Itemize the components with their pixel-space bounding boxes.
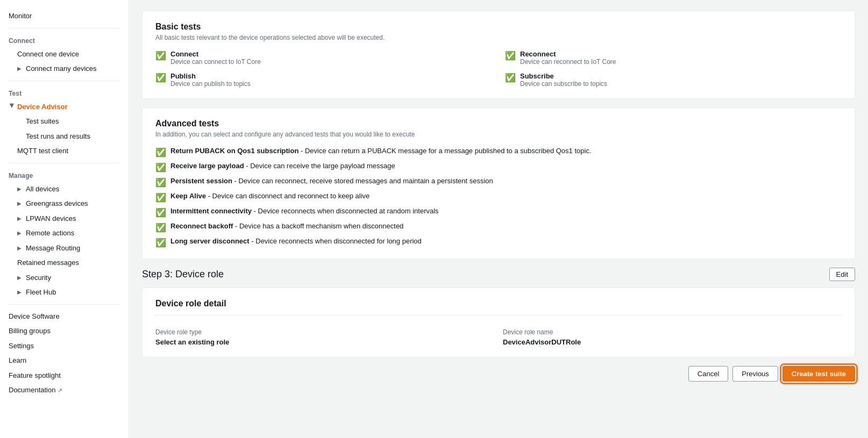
check-icon-long-disconnect: ✅ [155, 238, 166, 248]
adv-test-backoff: ✅ Reconnect backoff - Device has a backo… [155, 222, 842, 233]
device-role-card: Device role detail Device role type Sele… [142, 288, 855, 357]
cancel-button[interactable]: Cancel [688, 366, 728, 382]
check-icon-reconnect: ✅ [505, 51, 516, 61]
role-type-label: Device role type [155, 328, 494, 336]
adv-name-intermittent: Intermittent connectivity [170, 207, 252, 215]
step3-header: Step 3: Device role Edit [142, 268, 855, 281]
chevron-right-icon: ▶ [17, 64, 24, 73]
check-icon-puback: ✅ [155, 147, 166, 157]
fleet-hub-label: Fleet Hub [26, 287, 56, 298]
basic-tests-card: Basic tests All basic tests relevant to … [142, 11, 855, 99]
billing-groups-label: Billing groups [9, 326, 51, 336]
advanced-tests-list: ✅ Return PUBACK on Qos1 subscription - D… [155, 147, 842, 248]
previous-button[interactable]: Previous [732, 366, 778, 382]
test-runs-label: Test runs and results [26, 131, 90, 142]
sidebar-item-lpwan[interactable]: ▶ LPWAN devices [0, 211, 129, 226]
settings-label: Settings [9, 341, 34, 351]
chevron-right-icon-routing: ▶ [17, 244, 24, 252]
sidebar-item-documentation[interactable]: Documentation ↗ [0, 383, 129, 398]
advanced-tests-title: Advanced tests [155, 119, 842, 128]
sidebar-item-monitor[interactable]: Monitor [0, 9, 129, 24]
test-item-reconnect: ✅ Reconnect Device can reconnect to IoT … [505, 50, 842, 66]
test-name-connect: Connect [170, 50, 261, 58]
check-icon-publish: ✅ [155, 73, 166, 83]
message-routing-label: Message Routing [26, 243, 80, 254]
check-icon-subscribe: ✅ [505, 73, 516, 83]
adv-desc-keepalive: Device can disconnect and reconnect to k… [212, 192, 370, 200]
sidebar-item-mqtt-client[interactable]: MQTT test client [0, 143, 129, 159]
advanced-tests-card: Advanced tests In addition, you can sele… [142, 107, 855, 259]
chevron-down-icon: ▶ [8, 103, 16, 110]
adv-name-keepalive: Keep Alive [170, 192, 206, 200]
check-icon-intermittent: ✅ [155, 207, 166, 218]
lpwan-label: LPWAN devices [26, 213, 76, 224]
sidebar-section-test: Test [0, 85, 129, 99]
role-type-field: Device role type Select an existing role [155, 328, 494, 346]
sidebar-item-feature-spotlight[interactable]: Feature spotlight [0, 368, 129, 383]
test-name-subscribe: Subscribe [520, 72, 607, 80]
create-test-suite-button[interactable]: Create test suite [782, 366, 855, 382]
device-role-card-title: Device role detail [155, 299, 842, 308]
check-icon-connect: ✅ [155, 51, 166, 61]
adv-test-intermittent: ✅ Intermittent connectivity - Device rec… [155, 207, 842, 218]
sidebar-item-learn[interactable]: Learn [0, 353, 129, 368]
basic-tests-grid: ✅ Connect Device can connect to IoT Core… [155, 50, 842, 88]
sidebar-item-device-software[interactable]: Device Software [0, 309, 129, 324]
sidebar-item-test-runs[interactable]: Test runs and results [0, 129, 129, 144]
adv-name-puback: Return PUBACK on Qos1 subscription [170, 147, 298, 155]
connect-one-label: Connect one device [17, 49, 79, 60]
sidebar-item-remote-actions[interactable]: ▶ Remote actions [0, 226, 129, 241]
chevron-right-icon-fleet: ▶ [17, 288, 24, 296]
security-label: Security [26, 272, 51, 283]
remote-actions-label: Remote actions [26, 228, 74, 239]
device-advisor-label: Device Advisor [17, 102, 67, 112]
chevron-right-icon-remote: ▶ [17, 229, 24, 237]
retained-messages-label: Retained messages [17, 257, 79, 268]
role-name-label: Device role name [503, 328, 842, 336]
sidebar-item-settings[interactable]: Settings [0, 339, 129, 354]
check-icon-backoff: ✅ [155, 222, 166, 233]
adv-desc-long-disconnect: Device reconnects when disconnected for … [255, 237, 422, 245]
sidebar-item-connect-many[interactable]: ▶ Connect many devices [0, 61, 129, 76]
adv-desc-backoff: Device has a backoff mechanism when disc… [239, 222, 403, 230]
check-icon-keepalive: ✅ [155, 192, 166, 203]
chevron-right-icon-lpwan: ▶ [17, 214, 24, 222]
test-desc-publish: Device can publish to topics [170, 80, 251, 88]
test-item-publish: ✅ Publish Device can publish to topics [155, 72, 492, 88]
sidebar-section-manage: Manage [0, 168, 129, 182]
greengrass-label: Greengrass devices [26, 198, 88, 209]
sidebar-item-device-advisor[interactable]: ▶ Device Advisor [0, 99, 129, 114]
sidebar-item-greengrass[interactable]: ▶ Greengrass devices [0, 196, 129, 211]
sidebar-item-retained-messages[interactable]: Retained messages [0, 255, 129, 270]
test-name-publish: Publish [170, 72, 251, 80]
adv-name-large-payload: Receive large payload [170, 162, 244, 170]
adv-test-large-payload: ✅ Receive large payload - Device can rec… [155, 162, 842, 173]
adv-desc-intermittent: Device reconnects when disconnected at r… [258, 207, 439, 215]
sidebar-item-fleet-hub[interactable]: ▶ Fleet Hub [0, 285, 129, 300]
adv-desc-persistent: Device can reconnect, receive stored mes… [238, 177, 493, 185]
sidebar-item-all-devices[interactable]: ▶ All devices [0, 182, 129, 197]
connect-many-label: Connect many devices [26, 63, 97, 74]
step3-title: Step 3: Device role [142, 269, 224, 280]
check-icon-large-payload: ✅ [155, 162, 166, 173]
test-name-reconnect: Reconnect [520, 50, 616, 58]
adv-desc-puback: Device can return a PUBACK message for a… [305, 147, 592, 155]
chevron-right-icon-security: ▶ [17, 274, 24, 282]
sidebar-item-security[interactable]: ▶ Security [0, 270, 129, 285]
adv-name-backoff: Reconnect backoff [170, 222, 233, 230]
adv-test-long-disconnect: ✅ Long server disconnect - Device reconn… [155, 237, 842, 248]
adv-test-persistent: ✅ Persistent session - Device can reconn… [155, 177, 842, 188]
role-name-value: DeviceAdvisorDUTRole [503, 338, 842, 346]
sidebar-item-test-suites[interactable]: Test suites [0, 114, 129, 129]
sidebar-item-message-routing[interactable]: ▶ Message Routing [0, 241, 129, 256]
edit-button[interactable]: Edit [829, 268, 855, 281]
adv-test-puback: ✅ Return PUBACK on Qos1 subscription - D… [155, 147, 842, 157]
role-name-field: Device role name DeviceAdvisorDUTRole [503, 328, 842, 346]
test-item-connect: ✅ Connect Device can connect to IoT Core [155, 50, 492, 66]
test-desc-connect: Device can connect to IoT Core [170, 58, 261, 66]
sidebar-item-connect-one[interactable]: Connect one device [0, 47, 129, 62]
advanced-tests-subtitle: In addition, you can select and configur… [155, 131, 842, 138]
adv-desc-large-payload: Device can receive the large payload mes… [250, 162, 395, 170]
check-icon-persistent: ✅ [155, 177, 166, 188]
sidebar-item-billing-groups[interactable]: Billing groups [0, 324, 129, 339]
